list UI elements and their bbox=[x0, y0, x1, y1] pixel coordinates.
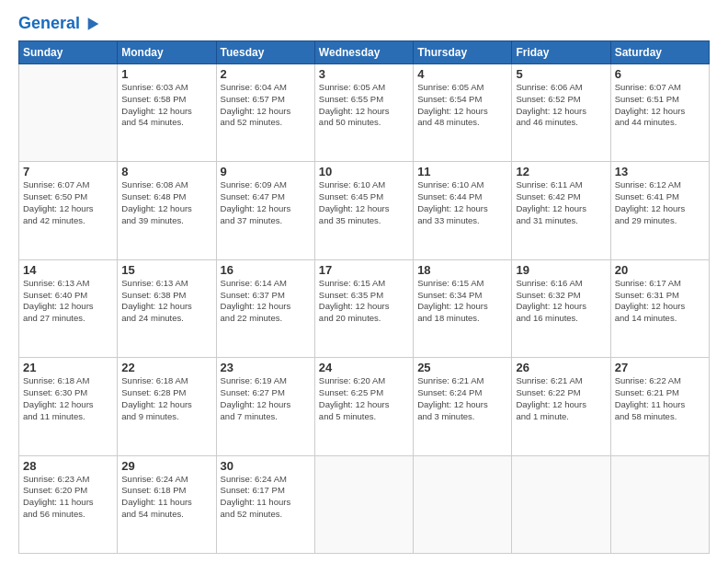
calendar-cell: 9Sunrise: 6:09 AMSunset: 6:47 PMDaylight… bbox=[216, 162, 314, 259]
calendar-cell bbox=[314, 455, 413, 553]
calendar-cell: 2Sunrise: 6:04 AMSunset: 6:57 PMDaylight… bbox=[216, 64, 314, 162]
day-header-saturday: Saturday bbox=[610, 41, 709, 64]
calendar-cell bbox=[610, 455, 709, 553]
day-number: 8 bbox=[121, 165, 211, 178]
calendar-cell: 12Sunrise: 6:11 AMSunset: 6:42 PMDayligh… bbox=[512, 162, 610, 259]
header: General bbox=[18, 15, 710, 33]
calendar-cell: 23Sunrise: 6:19 AMSunset: 6:27 PMDayligh… bbox=[216, 358, 314, 455]
calendar-cell: 1Sunrise: 6:03 AMSunset: 6:58 PMDaylight… bbox=[118, 64, 216, 162]
calendar-cell bbox=[19, 64, 118, 162]
day-number: 2 bbox=[221, 67, 311, 81]
day-number: 14 bbox=[23, 263, 113, 277]
day-number: 6 bbox=[615, 67, 705, 81]
calendar-cell: 10Sunrise: 6:10 AMSunset: 6:45 PMDayligh… bbox=[314, 162, 413, 259]
day-info: Sunrise: 6:13 AMSunset: 6:38 PMDaylight:… bbox=[121, 278, 211, 325]
day-info: Sunrise: 6:24 AMSunset: 6:17 PMDaylight:… bbox=[221, 474, 311, 521]
day-number: 15 bbox=[121, 263, 211, 277]
calendar-cell: 3Sunrise: 6:05 AMSunset: 6:55 PMDaylight… bbox=[314, 64, 413, 162]
day-number: 27 bbox=[615, 361, 705, 374]
week-row-2: 7Sunrise: 6:07 AMSunset: 6:50 PMDaylight… bbox=[19, 162, 710, 259]
day-info: Sunrise: 6:14 AMSunset: 6:37 PMDaylight:… bbox=[221, 278, 311, 325]
calendar-cell: 17Sunrise: 6:15 AMSunset: 6:35 PMDayligh… bbox=[314, 259, 413, 357]
logo-text: General bbox=[18, 15, 80, 33]
day-header-friday: Friday bbox=[512, 41, 610, 64]
calendar-cell: 19Sunrise: 6:16 AMSunset: 6:32 PMDayligh… bbox=[512, 259, 610, 357]
calendar-cell: 20Sunrise: 6:17 AMSunset: 6:31 PMDayligh… bbox=[610, 259, 709, 357]
day-info: Sunrise: 6:05 AMSunset: 6:55 PMDaylight:… bbox=[319, 82, 409, 129]
day-info: Sunrise: 6:07 AMSunset: 6:51 PMDaylight:… bbox=[615, 82, 705, 129]
day-info: Sunrise: 6:04 AMSunset: 6:57 PMDaylight:… bbox=[221, 82, 311, 129]
day-info: Sunrise: 6:10 AMSunset: 6:45 PMDaylight:… bbox=[319, 179, 409, 226]
logo-icon bbox=[82, 15, 100, 33]
day-number: 4 bbox=[417, 67, 507, 81]
day-header-tuesday: Tuesday bbox=[216, 41, 314, 64]
day-number: 10 bbox=[319, 165, 409, 178]
calendar-cell: 6Sunrise: 6:07 AMSunset: 6:51 PMDaylight… bbox=[610, 64, 709, 162]
day-info: Sunrise: 6:20 AMSunset: 6:25 PMDaylight:… bbox=[319, 375, 409, 422]
calendar-cell: 25Sunrise: 6:21 AMSunset: 6:24 PMDayligh… bbox=[414, 358, 512, 455]
day-info: Sunrise: 6:12 AMSunset: 6:41 PMDaylight:… bbox=[615, 179, 705, 226]
day-info: Sunrise: 6:06 AMSunset: 6:52 PMDaylight:… bbox=[516, 82, 606, 129]
day-info: Sunrise: 6:19 AMSunset: 6:27 PMDaylight:… bbox=[221, 375, 311, 422]
day-number: 12 bbox=[516, 165, 606, 178]
day-number: 22 bbox=[121, 361, 211, 374]
calendar-cell: 22Sunrise: 6:18 AMSunset: 6:28 PMDayligh… bbox=[118, 358, 216, 455]
day-header-sunday: Sunday bbox=[19, 41, 118, 64]
calendar-cell: 21Sunrise: 6:18 AMSunset: 6:30 PMDayligh… bbox=[19, 358, 118, 455]
day-info: Sunrise: 6:10 AMSunset: 6:44 PMDaylight:… bbox=[417, 179, 507, 226]
day-header-monday: Monday bbox=[118, 41, 216, 64]
day-number: 9 bbox=[221, 165, 311, 178]
day-number: 30 bbox=[221, 459, 311, 473]
calendar-cell: 5Sunrise: 6:06 AMSunset: 6:52 PMDaylight… bbox=[512, 64, 610, 162]
page: General SundayMondayTuesdayWednesdayThur… bbox=[0, 0, 728, 563]
calendar-cell: 26Sunrise: 6:21 AMSunset: 6:22 PMDayligh… bbox=[512, 358, 610, 455]
day-info: Sunrise: 6:03 AMSunset: 6:58 PMDaylight:… bbox=[121, 82, 211, 129]
week-row-5: 28Sunrise: 6:23 AMSunset: 6:20 PMDayligh… bbox=[19, 455, 710, 553]
day-number: 19 bbox=[516, 263, 606, 277]
day-info: Sunrise: 6:07 AMSunset: 6:50 PMDaylight:… bbox=[23, 179, 113, 226]
day-number: 23 bbox=[221, 361, 311, 374]
calendar-cell: 15Sunrise: 6:13 AMSunset: 6:38 PMDayligh… bbox=[118, 259, 216, 357]
day-number: 11 bbox=[417, 165, 507, 178]
day-number: 7 bbox=[23, 165, 113, 178]
day-info: Sunrise: 6:23 AMSunset: 6:20 PMDaylight:… bbox=[23, 474, 113, 521]
day-header-thursday: Thursday bbox=[414, 41, 512, 64]
day-info: Sunrise: 6:15 AMSunset: 6:34 PMDaylight:… bbox=[417, 278, 507, 325]
calendar-cell: 8Sunrise: 6:08 AMSunset: 6:48 PMDaylight… bbox=[118, 162, 216, 259]
day-info: Sunrise: 6:24 AMSunset: 6:18 PMDaylight:… bbox=[121, 474, 211, 521]
calendar-cell bbox=[414, 455, 512, 553]
calendar-cell: 29Sunrise: 6:24 AMSunset: 6:18 PMDayligh… bbox=[118, 455, 216, 553]
calendar-cell: 13Sunrise: 6:12 AMSunset: 6:41 PMDayligh… bbox=[610, 162, 709, 259]
day-info: Sunrise: 6:22 AMSunset: 6:21 PMDaylight:… bbox=[615, 375, 705, 422]
day-info: Sunrise: 6:17 AMSunset: 6:31 PMDaylight:… bbox=[615, 278, 705, 325]
day-number: 24 bbox=[319, 361, 409, 374]
week-row-3: 14Sunrise: 6:13 AMSunset: 6:40 PMDayligh… bbox=[19, 259, 710, 357]
day-number: 21 bbox=[23, 361, 113, 374]
calendar-cell: 4Sunrise: 6:05 AMSunset: 6:54 PMDaylight… bbox=[414, 64, 512, 162]
day-info: Sunrise: 6:15 AMSunset: 6:35 PMDaylight:… bbox=[319, 278, 409, 325]
logo: General bbox=[18, 15, 100, 33]
day-info: Sunrise: 6:09 AMSunset: 6:47 PMDaylight:… bbox=[221, 179, 311, 226]
day-info: Sunrise: 6:21 AMSunset: 6:24 PMDaylight:… bbox=[417, 375, 507, 422]
calendar-cell: 24Sunrise: 6:20 AMSunset: 6:25 PMDayligh… bbox=[314, 358, 413, 455]
day-number: 28 bbox=[23, 459, 113, 473]
week-row-1: 1Sunrise: 6:03 AMSunset: 6:58 PMDaylight… bbox=[19, 64, 710, 162]
day-info: Sunrise: 6:18 AMSunset: 6:28 PMDaylight:… bbox=[121, 375, 211, 422]
day-info: Sunrise: 6:11 AMSunset: 6:42 PMDaylight:… bbox=[516, 179, 606, 226]
day-number: 17 bbox=[319, 263, 409, 277]
day-number: 20 bbox=[615, 263, 705, 277]
calendar-header-row: SundayMondayTuesdayWednesdayThursdayFrid… bbox=[19, 41, 710, 64]
day-number: 18 bbox=[417, 263, 507, 277]
calendar-cell bbox=[512, 455, 610, 553]
day-info: Sunrise: 6:18 AMSunset: 6:30 PMDaylight:… bbox=[23, 375, 113, 422]
svg-marker-0 bbox=[88, 17, 99, 29]
day-number: 26 bbox=[516, 361, 606, 374]
calendar-cell: 18Sunrise: 6:15 AMSunset: 6:34 PMDayligh… bbox=[414, 259, 512, 357]
day-info: Sunrise: 6:13 AMSunset: 6:40 PMDaylight:… bbox=[23, 278, 113, 325]
calendar-cell: 30Sunrise: 6:24 AMSunset: 6:17 PMDayligh… bbox=[216, 455, 314, 553]
calendar-cell: 27Sunrise: 6:22 AMSunset: 6:21 PMDayligh… bbox=[610, 358, 709, 455]
day-info: Sunrise: 6:21 AMSunset: 6:22 PMDaylight:… bbox=[516, 375, 606, 422]
day-number: 3 bbox=[319, 67, 409, 81]
day-number: 29 bbox=[121, 459, 211, 473]
day-number: 5 bbox=[516, 67, 606, 81]
